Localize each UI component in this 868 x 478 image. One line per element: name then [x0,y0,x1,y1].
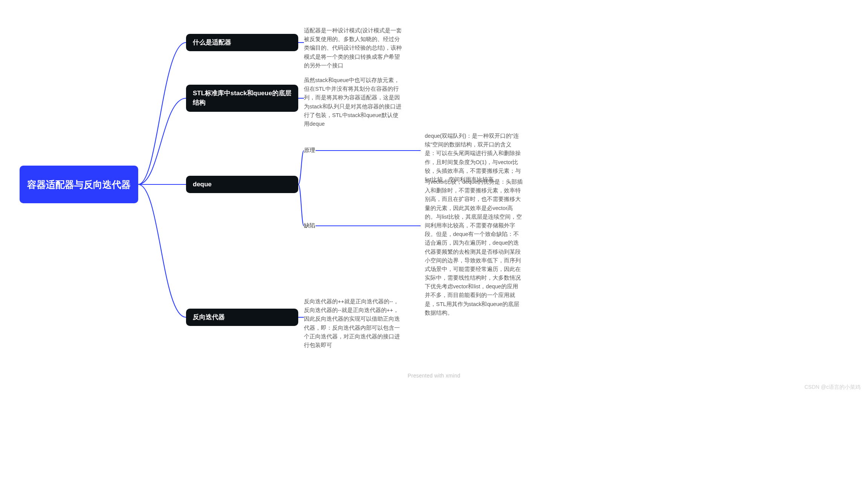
branch-reverse-iterator[interactable]: 反向迭代器 [186,309,298,326]
root-node[interactable]: 容器适配器与反向迭代器 [20,166,138,203]
leaf-text: 反向迭代器的++就是正向迭代器的--，反向迭代器的--就是正向迭代器的++，因此… [304,298,400,348]
branch-label: STL标准库中stack和queue的底层结构 [193,89,291,107]
footer-text: Presented with xmind [408,373,461,379]
branch-what-is-adapter[interactable]: 什么是适配器 [186,34,298,51]
branch-label: deque [193,180,212,189]
leaf-text: deque(双端队列)：是一种双开口的"连续"空间的数据结构，双开口的含义是：可… [425,133,521,183]
footer-credit: Presented with xmind [0,373,868,379]
leaf-text: 与vector比较，deque的优势是：头部插入和删除时，不需要搬移元素，效率特… [425,179,523,316]
leaf-deque-principle-desc: deque(双端队列)：是一种双开口的"连续"空间的数据结构，双开口的含义是：可… [425,132,523,184]
leaf-text: 虽然stack和queue中也可以存放元素，但在STL中并没有将其划分在容器的行… [304,77,401,127]
mindmap-canvas: 容器适配器与反向迭代器 什么是适配器 适配器是一种设计模式(设计模式是一套被反复… [0,0,868,478]
branch-deque[interactable]: deque [186,176,298,193]
leaf-text: 适配器是一种设计模式(设计模式是一套被反复使用的、多数人知晓的、经过分类编目的、… [304,27,402,69]
watermark: CSDN @c语言的小菜鸡 [804,384,860,391]
leaf-deque-defect-desc: 与vector比较，deque的优势是：头部插入和删除时，不需要搬移元素，效率特… [425,178,523,317]
root-label: 容器适配器与反向迭代器 [27,178,131,191]
branch-stl-stack-queue[interactable]: STL标准库中stack和queue的底层结构 [186,85,298,112]
sub-deque-defect[interactable]: 缺陷 [304,222,315,229]
sub-label: 缺陷 [304,222,315,228]
leaf-stl-desc: 虽然stack和queue中也可以存放元素，但在STL中并没有将其划分在容器的行… [304,76,402,128]
branch-label: 反向迭代器 [193,313,225,322]
watermark-text: CSDN @c语言的小菜鸡 [804,384,860,390]
sub-deque-principle[interactable]: 原理 [304,147,315,154]
branch-label: 什么是适配器 [193,38,231,47]
leaf-what-is-adapter-desc: 适配器是一种设计模式(设计模式是一套被反复使用的、多数人知晓的、经过分类编目的、… [304,26,402,70]
sub-label: 原理 [304,147,315,153]
leaf-reverse-iterator-desc: 反向迭代器的++就是正向迭代器的--，反向迭代器的--就是正向迭代器的++，因此… [304,297,402,350]
